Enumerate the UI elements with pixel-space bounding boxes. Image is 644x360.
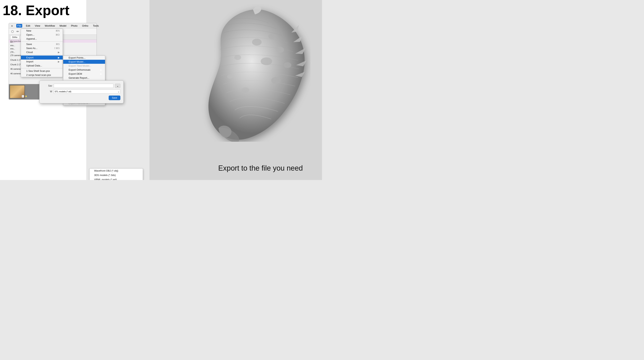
export-dem-label: Export DEM (68, 72, 82, 75)
export-arrow-icon: ▶ (58, 56, 60, 59)
thumb-badge: 1 (22, 95, 24, 98)
export-points[interactable]: Export Points... (63, 56, 105, 60)
shell-svg (199, 4, 310, 142)
dem-arrow-icon: ▶ (100, 72, 102, 75)
menu-save-as[interactable]: Save As... ⇧⌘S (21, 46, 63, 50)
save-row-1: Sav ⌄ (42, 84, 120, 88)
export-tiled: Export Tiled Model... (63, 64, 105, 68)
menu-save[interactable]: Save ⌘S (21, 42, 63, 46)
save-button[interactable]: Save (109, 95, 120, 100)
menu-upload[interactable]: Upload Data... (21, 63, 63, 68)
export-dem[interactable]: Export DEM ▶ (63, 72, 105, 76)
svg-point-2 (276, 47, 284, 53)
thumb-marker (25, 95, 27, 97)
export-tiled-label: Export Tiled Model... (68, 64, 92, 67)
page-title: 18. Export (3, 3, 70, 17)
menu-open[interactable]: Open... ⌘O (21, 33, 63, 37)
svg-point-1 (268, 34, 276, 39)
menu-bar: o File Edit View Workflow Model Photo Or… (9, 23, 96, 28)
menu-file[interactable]: File (16, 24, 22, 27)
format-3ds[interactable]: 3DS models (*.3ds) (90, 173, 143, 177)
format-label: W (42, 90, 52, 93)
menu-save-shortcut: ⌘S (56, 43, 60, 45)
save-row-2: W STL models (*.stl) ⌄ (42, 89, 120, 94)
menu-new[interactable]: New ⌘N (21, 29, 63, 33)
format-select[interactable]: STL models (*.stl) ⌄ (54, 89, 120, 94)
svg-point-8 (242, 87, 249, 93)
menu-view[interactable]: View (34, 24, 41, 27)
menu-append[interactable]: Append... (21, 37, 63, 41)
toolbar-btn-2[interactable]: ✏ (16, 29, 20, 34)
format-arrow-icon: ⌄ (118, 90, 120, 93)
menu-new-label: New (26, 29, 31, 32)
menu-new-shortcut: ⌘N (56, 29, 60, 32)
save-filename-input[interactable] (54, 84, 114, 88)
recent-2-label: 2 sonja head scan.psx (26, 73, 51, 76)
save-btn-row: Save (42, 95, 120, 100)
toolbar-btn-1[interactable]: ⬡ (10, 29, 14, 34)
tab-ortho-label: Ortho (12, 36, 18, 38)
menu-upload-label: Upload Data... (26, 64, 42, 67)
export-ortho[interactable]: Export Orthomosaic ▶ (63, 68, 105, 72)
recent-1[interactable]: 1 Sea Shell Scan.psx (21, 69, 63, 73)
menu-open-shortcut: ⌘O (56, 33, 60, 36)
export-report-label: Generate Report... (68, 76, 89, 79)
tab-ortho[interactable]: Ortho (10, 35, 19, 39)
svg-point-0 (252, 39, 262, 45)
menu-export[interactable]: Export ▶ Export Points... Export Model..… (21, 55, 63, 59)
save-dialog: Sav ⌄ W STL models (*.stl) ⌄ Save Wavefr… (39, 80, 124, 103)
export-report[interactable]: Generate Report... (63, 76, 105, 80)
svg-point-4 (234, 55, 241, 60)
export-points-label: Export Points... (68, 56, 86, 59)
menu-ortho[interactable]: Ortho (81, 24, 89, 27)
menu-append-label: Append... (26, 37, 37, 40)
menu-import[interactable]: Import ▶ (21, 59, 63, 63)
format-current: STL models (*.stl) (55, 90, 71, 93)
import-arrow-icon: ▶ (58, 60, 60, 63)
file-dropdown: New ⌘N Open... ⌘O Append... Save ⌘S Save… (21, 28, 63, 77)
menu-save-label: Save (26, 43, 32, 45)
sep-3 (21, 68, 63, 68)
menu-export-label: Export (26, 56, 34, 59)
menu-save-as-shortcut: ⇧⌘S (54, 47, 60, 50)
menu-open-label: Open... (26, 33, 34, 36)
menu-app[interactable]: o (10, 24, 14, 27)
menu-import-label: Import (26, 60, 33, 63)
format-obj[interactable]: Wavefront OBJ (*.obj) (90, 169, 143, 173)
export-model[interactable]: Export Model... (63, 60, 105, 64)
shell-model (199, 4, 310, 142)
menu-cloud-label: Cloud (26, 51, 33, 54)
menu-model[interactable]: Model (59, 24, 67, 27)
ortho-arrow-icon: ▶ (100, 68, 102, 71)
menu-tools[interactable]: Tools (92, 24, 100, 27)
menu-photo[interactable]: Photo (70, 24, 78, 27)
shell-body (208, 9, 304, 140)
recent-2[interactable]: 2 sonja head scan.psx (21, 73, 63, 77)
recent-1-label: 1 Sea Shell Scan.psx (26, 69, 50, 72)
sep-2 (21, 55, 63, 55)
svg-point-3 (261, 57, 272, 65)
save-label: Sav (42, 84, 52, 87)
save-browse-btn[interactable]: ⌄ (115, 84, 120, 88)
svg-point-7 (271, 77, 281, 84)
thumbnail-image: 1 (10, 85, 25, 98)
export-caption: Export to the file you need (218, 164, 303, 172)
cloud-arrow-icon: ▶ (58, 51, 60, 54)
svg-point-5 (284, 62, 291, 68)
export-model-label: Export Model... (68, 60, 85, 63)
svg-point-6 (227, 74, 233, 79)
menu-edit[interactable]: Edit (25, 24, 31, 27)
menu-workflow[interactable]: Workflow (44, 24, 56, 27)
format-wrl[interactable]: VRML models (*.wrl) (90, 177, 143, 180)
menu-save-as-label: Save As... (26, 47, 38, 50)
menu-cloud[interactable]: Cloud ▶ (21, 50, 63, 54)
right-panel: Export to the file you need (150, 0, 322, 180)
format-dropdown: Wavefront OBJ (*.obj) 3DS models (*.3ds)… (89, 168, 143, 180)
export-ortho-label: Export Orthomosaic (68, 68, 91, 71)
